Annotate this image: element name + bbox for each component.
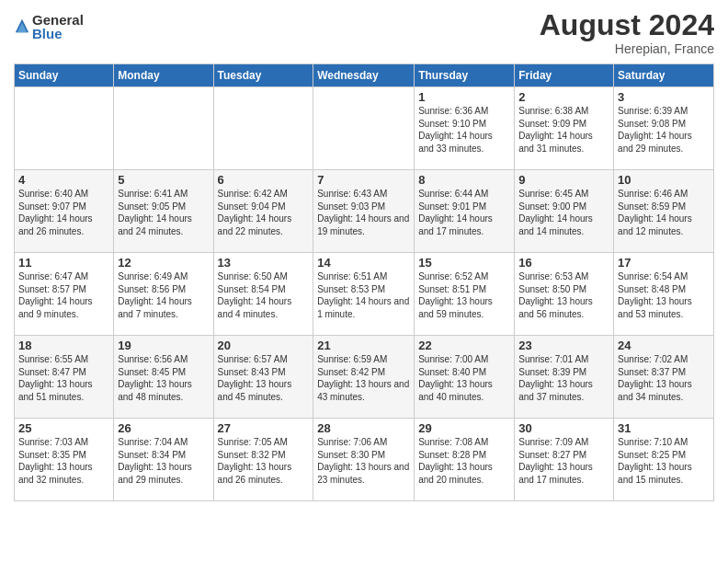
calendar: SundayMondayTuesdayWednesdayThursdayFrid… (14, 63, 714, 501)
calendar-cell: 26Sunrise: 7:04 AM Sunset: 8:34 PM Dayli… (114, 419, 213, 501)
day-info: Sunrise: 7:08 AM Sunset: 8:28 PM Dayligh… (418, 436, 510, 486)
day-info: Sunrise: 6:56 AM Sunset: 8:45 PM Dayligh… (118, 353, 209, 403)
calendar-cell: 20Sunrise: 6:57 AM Sunset: 8:43 PM Dayli… (213, 336, 313, 419)
day-header-friday: Friday (515, 64, 614, 87)
day-info: Sunrise: 6:49 AM Sunset: 8:56 PM Dayligh… (118, 270, 209, 320)
calendar-header: SundayMondayTuesdayWednesdayThursdayFrid… (15, 64, 714, 87)
day-number: 25 (18, 421, 109, 435)
day-info: Sunrise: 6:40 AM Sunset: 9:07 PM Dayligh… (18, 188, 109, 237)
day-info: Sunrise: 6:54 AM Sunset: 8:48 PM Dayligh… (618, 270, 710, 320)
calendar-cell: 16Sunrise: 6:53 AM Sunset: 8:50 PM Dayli… (515, 253, 614, 336)
calendar-cell (313, 87, 415, 170)
day-header-thursday: Thursday (415, 64, 515, 87)
day-number: 6 (218, 173, 310, 187)
day-number: 17 (618, 256, 710, 270)
calendar-cell (114, 87, 213, 170)
day-number: 21 (317, 339, 410, 352)
calendar-body: 1Sunrise: 6:36 AM Sunset: 9:10 PM Daylig… (15, 87, 714, 501)
week-row-0: 1Sunrise: 6:36 AM Sunset: 9:10 PM Daylig… (15, 87, 714, 170)
calendar-cell: 5Sunrise: 6:41 AM Sunset: 9:05 PM Daylig… (114, 170, 213, 253)
day-number: 9 (518, 173, 609, 187)
calendar-cell: 6Sunrise: 6:42 AM Sunset: 9:04 PM Daylig… (213, 170, 313, 253)
day-info: Sunrise: 6:42 AM Sunset: 9:04 PM Dayligh… (218, 188, 310, 237)
day-number: 2 (518, 90, 609, 104)
calendar-cell: 25Sunrise: 7:03 AM Sunset: 8:35 PM Dayli… (15, 419, 114, 501)
day-header-tuesday: Tuesday (213, 64, 313, 87)
day-number: 3 (618, 90, 710, 104)
day-number: 29 (418, 421, 510, 435)
day-number: 24 (618, 339, 710, 352)
calendar-cell: 12Sunrise: 6:49 AM Sunset: 8:56 PM Dayli… (114, 253, 213, 336)
day-number: 5 (118, 173, 209, 187)
day-info: Sunrise: 6:53 AM Sunset: 8:50 PM Dayligh… (518, 270, 609, 320)
day-number: 27 (218, 421, 310, 435)
week-row-4: 25Sunrise: 7:03 AM Sunset: 8:35 PM Dayli… (15, 419, 714, 501)
calendar-cell: 27Sunrise: 7:05 AM Sunset: 8:32 PM Dayli… (213, 419, 313, 501)
logo-icon (14, 17, 30, 34)
day-info: Sunrise: 7:00 AM Sunset: 8:40 PM Dayligh… (418, 353, 510, 403)
calendar-cell: 13Sunrise: 6:50 AM Sunset: 8:54 PM Dayli… (213, 253, 313, 336)
day-info: Sunrise: 7:01 AM Sunset: 8:39 PM Dayligh… (518, 353, 609, 403)
day-info: Sunrise: 6:43 AM Sunset: 9:03 PM Dayligh… (317, 188, 410, 237)
day-number: 13 (218, 256, 310, 270)
day-number: 7 (317, 173, 410, 187)
week-row-3: 18Sunrise: 6:55 AM Sunset: 8:47 PM Dayli… (15, 336, 714, 419)
day-info: Sunrise: 6:52 AM Sunset: 8:51 PM Dayligh… (418, 270, 510, 320)
day-info: Sunrise: 6:46 AM Sunset: 8:59 PM Dayligh… (618, 188, 710, 237)
location: Herepian, France (540, 41, 714, 56)
title-area: August 2024 Herepian, France (540, 9, 714, 56)
day-number: 23 (518, 339, 609, 352)
day-info: Sunrise: 6:44 AM Sunset: 9:01 PM Dayligh… (418, 188, 510, 237)
calendar-cell: 9Sunrise: 6:45 AM Sunset: 9:00 PM Daylig… (515, 170, 614, 253)
day-number: 4 (18, 173, 109, 187)
calendar-cell: 28Sunrise: 7:06 AM Sunset: 8:30 PM Dayli… (313, 419, 415, 501)
day-number: 31 (618, 421, 710, 435)
calendar-cell: 11Sunrise: 6:47 AM Sunset: 8:57 PM Dayli… (15, 253, 114, 336)
calendar-cell: 15Sunrise: 6:52 AM Sunset: 8:51 PM Dayli… (415, 253, 515, 336)
calendar-cell: 19Sunrise: 6:56 AM Sunset: 8:45 PM Dayli… (114, 336, 213, 419)
day-info: Sunrise: 6:41 AM Sunset: 9:05 PM Dayligh… (118, 188, 209, 237)
calendar-cell (15, 87, 114, 170)
day-info: Sunrise: 6:50 AM Sunset: 8:54 PM Dayligh… (218, 270, 310, 320)
day-number: 11 (18, 256, 109, 270)
calendar-cell: 3Sunrise: 6:39 AM Sunset: 9:08 PM Daylig… (614, 87, 714, 170)
day-number: 18 (18, 339, 109, 352)
day-info: Sunrise: 6:51 AM Sunset: 8:53 PM Dayligh… (317, 270, 410, 320)
calendar-cell: 30Sunrise: 7:09 AM Sunset: 8:27 PM Dayli… (515, 419, 614, 501)
header-row: SundayMondayTuesdayWednesdayThursdayFrid… (15, 64, 714, 87)
week-row-1: 4Sunrise: 6:40 AM Sunset: 9:07 PM Daylig… (15, 170, 714, 253)
day-header-monday: Monday (114, 64, 213, 87)
day-number: 22 (418, 339, 510, 352)
day-info: Sunrise: 6:47 AM Sunset: 8:57 PM Dayligh… (18, 270, 109, 320)
calendar-cell: 21Sunrise: 6:59 AM Sunset: 8:42 PM Dayli… (313, 336, 415, 419)
day-number: 28 (317, 421, 410, 435)
calendar-cell: 24Sunrise: 7:02 AM Sunset: 8:37 PM Dayli… (614, 336, 714, 419)
day-number: 26 (118, 421, 209, 435)
calendar-cell: 7Sunrise: 6:43 AM Sunset: 9:03 PM Daylig… (313, 170, 415, 253)
day-info: Sunrise: 6:39 AM Sunset: 9:08 PM Dayligh… (618, 105, 710, 155)
day-info: Sunrise: 6:38 AM Sunset: 9:09 PM Dayligh… (518, 105, 609, 155)
calendar-cell: 10Sunrise: 6:46 AM Sunset: 8:59 PM Dayli… (614, 170, 714, 253)
day-number: 19 (118, 339, 209, 352)
day-number: 16 (518, 256, 609, 270)
day-info: Sunrise: 6:57 AM Sunset: 8:43 PM Dayligh… (218, 353, 310, 403)
calendar-cell: 4Sunrise: 6:40 AM Sunset: 9:07 PM Daylig… (15, 170, 114, 253)
calendar-cell: 1Sunrise: 6:36 AM Sunset: 9:10 PM Daylig… (415, 87, 515, 170)
logo-text: General Blue (32, 13, 84, 40)
logo-general: General (32, 13, 84, 27)
page: General Blue August 2024 Herepian, Franc… (0, 0, 728, 515)
day-info: Sunrise: 6:55 AM Sunset: 8:47 PM Dayligh… (18, 353, 109, 403)
calendar-cell: 14Sunrise: 6:51 AM Sunset: 8:53 PM Dayli… (313, 253, 415, 336)
day-info: Sunrise: 7:02 AM Sunset: 8:37 PM Dayligh… (618, 353, 710, 403)
day-number: 14 (317, 256, 410, 270)
day-info: Sunrise: 7:04 AM Sunset: 8:34 PM Dayligh… (118, 436, 209, 486)
day-number: 1 (418, 90, 510, 104)
day-info: Sunrise: 6:45 AM Sunset: 9:00 PM Dayligh… (518, 188, 609, 237)
day-info: Sunrise: 7:03 AM Sunset: 8:35 PM Dayligh… (18, 436, 109, 486)
day-info: Sunrise: 6:36 AM Sunset: 9:10 PM Dayligh… (418, 105, 510, 155)
day-number: 12 (118, 256, 209, 270)
header: General Blue August 2024 Herepian, Franc… (14, 9, 714, 56)
calendar-cell: 18Sunrise: 6:55 AM Sunset: 8:47 PM Dayli… (15, 336, 114, 419)
logo-blue: Blue (32, 27, 84, 40)
day-info: Sunrise: 7:10 AM Sunset: 8:25 PM Dayligh… (618, 436, 710, 486)
